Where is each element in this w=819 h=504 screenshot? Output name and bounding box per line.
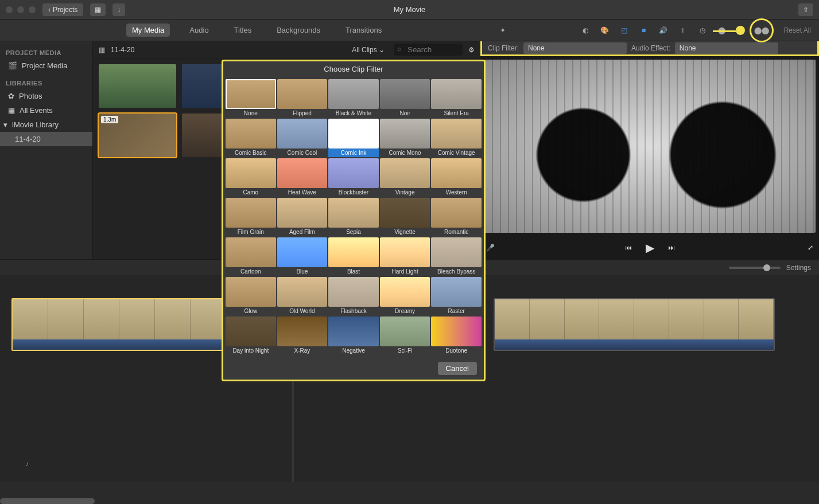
tab-backgrounds[interactable]: Backgrounds [271, 24, 326, 37]
minimize-button[interactable] [17, 6, 24, 13]
next-button[interactable]: ⏭ [668, 244, 675, 252]
play-button[interactable]: ▶ [646, 241, 654, 255]
filter-label: Black & White [328, 109, 379, 118]
filter-item[interactable]: Flashback [328, 277, 379, 315]
close-button[interactable] [6, 6, 13, 13]
tab-my-media[interactable]: My Media [126, 24, 170, 37]
filter-item[interactable]: Comic Basic [226, 119, 276, 157]
filter-item[interactable]: Comic Ink [328, 119, 379, 157]
filter-item[interactable]: Film Grain [226, 198, 276, 236]
wand-icon[interactable]: ✦ [497, 25, 509, 36]
sidebar-item-imovie-library[interactable]: ▾iMovie Library [0, 118, 92, 132]
clip-thumb[interactable]: 1.3m [99, 114, 176, 157]
filter-label: Glow [226, 307, 276, 315]
filter-item[interactable]: Glow [226, 277, 276, 315]
filter-item[interactable]: None [226, 79, 276, 118]
filter-item[interactable]: Camo [226, 158, 276, 197]
audio-effect-select[interactable]: None [675, 42, 778, 54]
zoom-button[interactable] [29, 6, 36, 13]
filter-item[interactable]: Vintage [380, 158, 430, 197]
tab-titles[interactable]: Titles [228, 24, 258, 37]
filter-thumb [226, 277, 276, 307]
filter-item[interactable]: Vignette [380, 198, 430, 236]
filter-thumb [226, 119, 276, 149]
filter-grid: NoneFlippedBlack & WhiteNoirSilent EraCo… [223, 77, 484, 357]
audio-waveform [495, 339, 774, 350]
filter-thumb [277, 237, 328, 267]
filter-item[interactable]: Comic Vintage [431, 119, 482, 157]
filter-item[interactable]: Noir [380, 79, 430, 118]
toolbar: My Media Audio Titles Backgrounds Transi… [0, 19, 819, 41]
zoom-slider[interactable] [729, 267, 781, 269]
speed-icon[interactable]: ◷ [697, 25, 708, 36]
clip-filter-select[interactable]: None [523, 42, 627, 54]
projects-button[interactable]: ‹Projects [42, 3, 83, 16]
stabilize-icon[interactable]: ■ [638, 25, 650, 36]
filter-item[interactable]: Hard Light [380, 237, 430, 276]
sidebar-item-photos[interactable]: ✿Photos [0, 89, 92, 103]
settings-button[interactable]: Settings [786, 264, 811, 272]
tab-transitions[interactable]: Transitions [340, 24, 387, 37]
prev-button[interactable]: ⏮ [625, 244, 632, 252]
filter-label: Sci-Fi [380, 346, 430, 355]
preview-viewport[interactable] [484, 60, 816, 233]
filter-item[interactable]: Aged Film [277, 198, 328, 236]
filter-item[interactable]: X-Ray [277, 317, 328, 355]
mic-icon[interactable]: 🎤 [486, 244, 495, 252]
filter-item[interactable]: Comic Cool [277, 119, 328, 157]
clip-filter-button[interactable]: ⬤⬤ [750, 18, 774, 42]
timeline-clip[interactable] [494, 298, 775, 351]
filter-item[interactable]: Blast [328, 237, 379, 276]
filter-item[interactable]: Flipped [277, 79, 328, 118]
filter-item[interactable]: Dreamy [380, 277, 430, 315]
clips-filter-select[interactable]: All Clips ⌄ [348, 45, 388, 55]
sidebar-item-event[interactable]: 11-4-20 [0, 132, 92, 146]
filter-item[interactable]: Negative [328, 317, 379, 355]
filmstrip-icon: ▦ [95, 6, 101, 14]
viewer: Clip Filter: None Audio Effect: None 🎤 ⏮… [480, 41, 819, 259]
filter-thumb [380, 119, 430, 149]
filter-item[interactable]: Old World [277, 277, 328, 315]
filter-label: Aged Film [277, 228, 328, 236]
reset-all-button[interactable]: Reset All [782, 26, 813, 34]
sidebar-item-all-events[interactable]: ▦All Events [0, 103, 92, 118]
filter-item[interactable]: Day into Night [226, 317, 276, 355]
fullscreen-button[interactable]: ⤢ [808, 244, 813, 252]
sidebar-item-project-media[interactable]: 🎬Project Media [0, 58, 92, 73]
filter-item[interactable]: Romantic [431, 198, 482, 236]
disclosure-icon[interactable]: ▾ [3, 120, 7, 129]
volume-icon[interactable]: 🔊 [658, 25, 669, 36]
share-button[interactable]: ⇧ [798, 3, 813, 16]
crop-icon[interactable]: ◰ [619, 25, 630, 36]
view-mode-button[interactable]: ▦ [90, 3, 106, 16]
filter-label: Blockbuster [328, 188, 379, 197]
clip-filter-modal: Choose Clip Filter NoneFlippedBlack & Wh… [222, 60, 486, 381]
tab-audio[interactable]: Audio [184, 24, 214, 37]
filter-label: None [226, 109, 276, 118]
filter-icon: ⬤⬤ [756, 25, 767, 36]
filter-label: X-Ray [277, 346, 328, 355]
search-input[interactable] [394, 44, 463, 56]
filter-item[interactable]: Sci-Fi [380, 317, 430, 355]
filter-item[interactable]: Cartoon [226, 237, 276, 276]
cancel-button[interactable]: Cancel [438, 362, 477, 375]
color-correction-icon[interactable]: 🎨 [599, 25, 611, 36]
import-button[interactable]: ↓ [112, 3, 125, 16]
gear-icon[interactable]: ⚙ [468, 46, 475, 54]
filter-item[interactable]: Duotone [431, 317, 482, 355]
filter-item[interactable]: Sepia [328, 198, 379, 236]
noise-icon[interactable]: ⫴ [677, 25, 689, 36]
filter-item[interactable]: Raster [431, 277, 482, 315]
filter-item[interactable]: Blockbuster [328, 158, 379, 197]
filter-item[interactable]: Blue [277, 237, 328, 276]
filter-item[interactable]: Comic Mono [380, 119, 430, 157]
list-toggle-icon[interactable]: ▥ [99, 46, 105, 54]
clip-thumb[interactable] [99, 64, 176, 108]
filter-item[interactable]: Western [431, 158, 482, 197]
filter-item[interactable]: Black & White [328, 79, 379, 118]
filter-item[interactable]: Heat Wave [277, 158, 328, 197]
color-balance-icon[interactable]: ◐ [580, 25, 591, 36]
filter-item[interactable]: Bleach Bypass [431, 237, 482, 276]
filter-item[interactable]: Silent Era [431, 79, 482, 118]
h-scrollbar[interactable] [0, 498, 95, 504]
